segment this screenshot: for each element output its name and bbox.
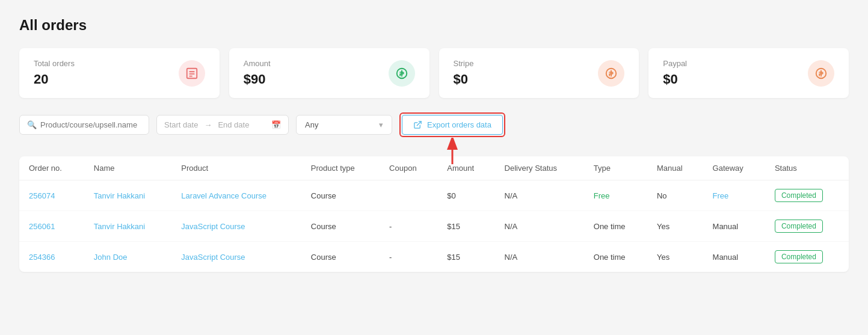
cell-order-no: 256074 — [19, 180, 84, 211]
cell-product-type: Course — [301, 180, 380, 211]
cell-delivery-status: N/A — [495, 211, 584, 242]
cell-order-no: 254366 — [19, 242, 84, 272]
col-header-manual: Manual — [647, 156, 703, 180]
cell-status: Completed — [765, 242, 849, 272]
table-row: 256061 Tanvir Hakkani JavaScript Course … — [19, 211, 849, 242]
stats-row: Total orders 20 Amount $90 Stripe — [19, 48, 849, 98]
cell-type: One time — [584, 211, 647, 242]
cell-amount: $0 — [437, 180, 494, 211]
export-btn-container: Export orders data — [399, 112, 505, 137]
stripe-icon — [598, 60, 624, 87]
cell-amount: $15 — [437, 242, 494, 272]
search-filter[interactable]: 🔍 — [19, 115, 149, 135]
cell-manual: No — [647, 180, 703, 211]
cell-name[interactable]: Tanvir Hakkani — [84, 180, 172, 211]
status-badge: Completed — [775, 220, 823, 233]
status-badge: Completed — [775, 250, 823, 263]
cell-product[interactable]: Laravel Advance Course — [171, 180, 301, 211]
col-header-product-type: Product type — [301, 156, 380, 180]
type-dropdown[interactable]: Any ▾ — [296, 115, 392, 135]
stat-label-total-orders: Total orders — [34, 59, 75, 68]
col-header-name: Name — [84, 156, 172, 180]
col-header-product: Product — [171, 156, 301, 180]
filters-row: 🔍 Start date → End date 📅 Any ▾ Export o… — [19, 112, 849, 137]
orders-table-container: Order no. Name Product Product type Coup… — [19, 156, 849, 272]
stat-card-stripe: Stripe $0 — [439, 48, 639, 98]
cell-manual: Yes — [647, 211, 703, 242]
table-header-row: Order no. Name Product Product type Coup… — [19, 156, 849, 180]
stat-label-paypal: Paypal — [663, 59, 687, 68]
paypal-icon — [808, 60, 834, 87]
export-orders-button[interactable]: Export orders data — [402, 115, 503, 135]
export-btn-highlight: Export orders data — [399, 112, 505, 137]
amount-icon — [389, 60, 415, 87]
cell-status: Completed — [765, 180, 849, 211]
col-header-delivery-status: Delivery Status — [495, 156, 584, 180]
col-header-gateway: Gateway — [703, 156, 765, 180]
chevron-down-icon: ▾ — [379, 120, 383, 129]
cell-name[interactable]: John Doe — [84, 242, 172, 272]
cell-type: Free — [584, 180, 647, 211]
stat-value-stripe: $0 — [454, 72, 474, 87]
stat-card-paypal: Paypal $0 — [648, 48, 849, 98]
export-icon — [413, 120, 422, 129]
cell-name[interactable]: Tanvir Hakkani — [84, 211, 172, 242]
cell-amount: $15 — [437, 211, 494, 242]
col-header-coupon: Coupon — [380, 156, 437, 180]
cell-gateway: Manual — [703, 242, 765, 272]
col-header-status: Status — [765, 156, 849, 180]
page-title: All orders — [19, 17, 849, 34]
calendar-icon: 📅 — [271, 120, 281, 129]
date-arrow: → — [204, 120, 212, 129]
start-date-text: Start date — [164, 120, 198, 129]
col-header-order-no: Order no. — [19, 156, 84, 180]
col-header-amount: Amount — [437, 156, 494, 180]
total-orders-icon — [179, 60, 205, 87]
cell-product[interactable]: JavaScript Course — [171, 242, 301, 272]
orders-table: Order no. Name Product Product type Coup… — [19, 156, 849, 272]
dropdown-value: Any — [305, 120, 318, 129]
cell-coupon: - — [380, 242, 437, 272]
cell-type: One time — [584, 242, 647, 272]
col-header-type: Type — [584, 156, 647, 180]
cell-gateway: Free — [703, 180, 765, 211]
stat-value-amount: $90 — [244, 72, 271, 87]
cell-gateway: Manual — [703, 211, 765, 242]
stat-card-amount: Amount $90 — [229, 48, 429, 98]
cell-product[interactable]: JavaScript Course — [171, 211, 301, 242]
cell-coupon: - — [380, 211, 437, 242]
table-row: 254366 John Doe JavaScript Course Course… — [19, 242, 849, 272]
stat-value-total-orders: 20 — [34, 72, 75, 87]
stat-value-paypal: $0 — [663, 72, 687, 87]
search-input[interactable] — [40, 120, 141, 129]
status-badge: Completed — [775, 189, 823, 202]
stat-card-total-orders: Total orders 20 — [19, 48, 220, 98]
cell-coupon — [380, 180, 437, 211]
export-label: Export orders data — [427, 120, 491, 129]
date-filter[interactable]: Start date → End date 📅 — [156, 115, 289, 135]
cell-status: Completed — [765, 211, 849, 242]
cell-product-type: Course — [301, 242, 380, 272]
search-icon: 🔍 — [27, 120, 37, 129]
cell-delivery-status: N/A — [495, 242, 584, 272]
stat-label-stripe: Stripe — [454, 59, 474, 68]
cell-manual: Yes — [647, 242, 703, 272]
svg-line-10 — [417, 121, 421, 126]
end-date-text: End date — [218, 120, 249, 129]
cell-order-no: 256061 — [19, 211, 84, 242]
cell-delivery-status: N/A — [495, 180, 584, 211]
stat-label-amount: Amount — [244, 59, 271, 68]
cell-product-type: Course — [301, 211, 380, 242]
table-row: 256074 Tanvir Hakkani Laravel Advance Co… — [19, 180, 849, 211]
